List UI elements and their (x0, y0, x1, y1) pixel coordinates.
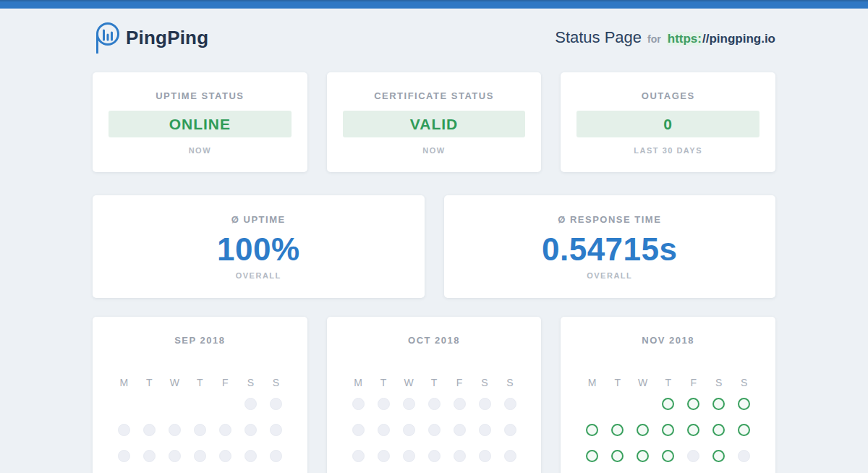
day-status-neutral-icon (352, 424, 365, 436)
top-accent-bar (0, 0, 868, 9)
day-status-neutral-icon (738, 450, 750, 462)
card-caption: LAST 30 DAYS (576, 146, 760, 155)
calendar-grid: MTWTFSS (327, 375, 542, 469)
day-of-week-label: M (579, 375, 605, 391)
uptime-status-badge: ONLINE (109, 111, 292, 137)
day-of-week-label: T (371, 375, 396, 391)
url-scheme: https: (667, 32, 702, 46)
day-cell (238, 391, 263, 417)
day-cell (630, 443, 655, 469)
calendar-card-nov-2018: NOV 2018 MTWTFSS (561, 317, 775, 473)
day-status-neutral-icon (428, 398, 441, 410)
day-status-neutral-icon (118, 424, 130, 436)
day-cell (605, 417, 630, 443)
day-cell (579, 443, 605, 469)
outages-count-badge: 0 (576, 111, 760, 137)
logo[interactable]: PingPing (93, 20, 208, 55)
card-caption: NOW (109, 146, 292, 155)
day-status-neutral-icon (194, 424, 206, 436)
day-cell (346, 417, 371, 443)
day-status-neutral-icon (118, 450, 130, 462)
day-cell (472, 391, 498, 417)
day-cell (731, 443, 757, 469)
day-cell (187, 443, 213, 469)
day-cell (346, 443, 371, 469)
day-status-up-icon (712, 450, 725, 462)
monitored-site-url[interactable]: https://pingping.io (667, 32, 775, 46)
certificate-status-card: CERTIFICATE STATUS VALID NOW (327, 72, 542, 172)
outages-card: OUTAGES 0 LAST 30 DAYS (561, 72, 775, 172)
day-cell (111, 417, 137, 443)
day-of-week-label: F (213, 375, 238, 391)
day-of-week-label: S (706, 375, 731, 391)
day-cell (213, 443, 238, 469)
day-status-neutral-icon (270, 424, 282, 436)
card-caption: OVERALL (109, 271, 409, 280)
metric-cards-row: Ø UPTIME 100% OVERALL Ø RESPONSE TIME 0.… (93, 195, 775, 298)
day-status-neutral-icon (479, 424, 491, 436)
day-status-neutral-icon (244, 450, 257, 462)
day-of-week-label: S (238, 375, 263, 391)
day-cell (706, 417, 731, 443)
day-status-neutral-icon (428, 450, 441, 462)
day-cell (213, 417, 238, 443)
certificate-status-badge: VALID (343, 111, 526, 137)
day-cell (238, 443, 263, 469)
day-cell (630, 391, 655, 417)
card-caption: NOW (343, 146, 526, 155)
day-cell (447, 417, 472, 443)
day-cell (681, 391, 706, 417)
url-host: //pingping.io (702, 32, 775, 46)
for-label: for (647, 33, 661, 45)
day-status-neutral-icon (169, 450, 181, 462)
day-cell (111, 443, 137, 469)
day-status-neutral-icon (143, 424, 156, 436)
page-title: Status Page (555, 28, 642, 47)
day-cell (162, 443, 187, 469)
day-of-week-label: T (137, 375, 162, 391)
avg-uptime-value: 100% (109, 231, 409, 268)
card-label: CERTIFICATE STATUS (343, 90, 526, 101)
calendar-title: NOV 2018 (561, 335, 775, 346)
day-status-neutral-icon (270, 398, 282, 410)
header-right: Status Page for https://pingping.io (555, 28, 775, 47)
day-cell (137, 417, 162, 443)
day-cell (162, 391, 187, 417)
day-status-up-icon (611, 450, 624, 462)
day-cell (605, 443, 630, 469)
day-status-neutral-icon (378, 424, 390, 436)
day-status-neutral-icon (270, 450, 282, 462)
day-status-neutral-icon (244, 424, 257, 436)
calendar-cards-row: SEP 2018 MTWTFSS OCT 2018 MTWTFSS NOV 20… (93, 317, 775, 473)
day-of-week-label: S (263, 375, 289, 391)
card-label: OUTAGES (576, 90, 760, 101)
day-cell (605, 391, 630, 417)
pingping-logo-icon (93, 20, 122, 55)
day-of-week-label: T (187, 375, 213, 391)
day-of-week-label: W (630, 375, 655, 391)
day-status-neutral-icon (378, 450, 390, 462)
day-status-neutral-icon (479, 398, 491, 410)
day-status-neutral-icon (169, 424, 181, 436)
day-of-week-label: M (111, 375, 137, 391)
day-cell (579, 391, 605, 417)
day-of-week-label: M (346, 375, 371, 391)
day-status-neutral-icon (504, 450, 516, 462)
card-caption: OVERALL (460, 271, 760, 280)
day-of-week-label: F (447, 375, 472, 391)
day-cell (422, 391, 447, 417)
day-cell (681, 443, 706, 469)
day-of-week-label: T (655, 375, 681, 391)
day-cell (681, 417, 706, 443)
day-status-neutral-icon (428, 424, 441, 436)
day-cell (371, 391, 396, 417)
day-cell (706, 391, 731, 417)
day-status-up-icon (687, 424, 699, 436)
day-status-neutral-icon (244, 398, 257, 410)
day-status-neutral-icon (504, 398, 516, 410)
day-cell (263, 391, 289, 417)
day-of-week-label: W (396, 375, 422, 391)
day-cell (498, 391, 523, 417)
day-status-up-icon (611, 424, 624, 436)
day-cell (731, 417, 757, 443)
